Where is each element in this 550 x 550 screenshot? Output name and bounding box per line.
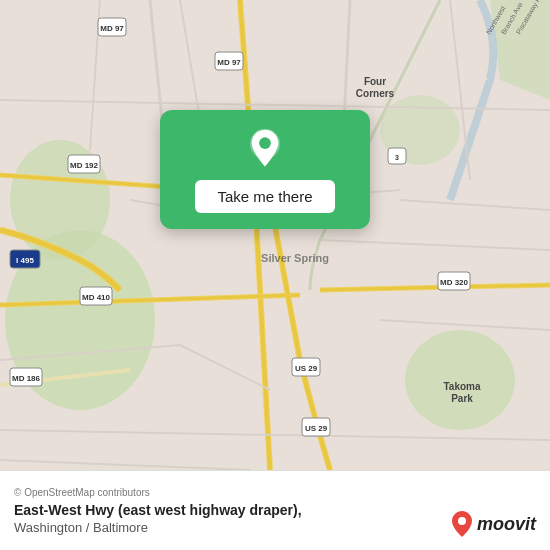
svg-text:MD 97: MD 97 bbox=[217, 58, 241, 67]
svg-text:Park: Park bbox=[451, 393, 473, 404]
svg-text:US 29: US 29 bbox=[305, 424, 328, 433]
svg-text:MD 320: MD 320 bbox=[440, 278, 469, 287]
svg-text:US 29: US 29 bbox=[295, 364, 318, 373]
take-me-there-button[interactable]: Take me there bbox=[195, 180, 334, 213]
svg-text:Four: Four bbox=[364, 76, 386, 87]
map-attribution: © OpenStreetMap contributors bbox=[14, 487, 536, 498]
svg-text:Silver Spring: Silver Spring bbox=[261, 252, 329, 264]
svg-text:Takoma: Takoma bbox=[443, 381, 480, 392]
svg-point-3 bbox=[405, 330, 515, 430]
info-panel: © OpenStreetMap contributors East-West H… bbox=[0, 470, 550, 550]
moovit-pin-icon bbox=[451, 510, 473, 538]
svg-text:I 495: I 495 bbox=[16, 256, 34, 265]
svg-text:MD 186: MD 186 bbox=[12, 374, 41, 383]
map-container: MD 97 MD 192 I 495 MD 97 3 MD 410 MD 186… bbox=[0, 0, 550, 470]
location-card: Take me there bbox=[160, 110, 370, 229]
moovit-logo: moovit bbox=[451, 510, 536, 538]
svg-text:MD 97: MD 97 bbox=[100, 24, 124, 33]
svg-text:3: 3 bbox=[395, 154, 399, 161]
moovit-brand-name: moovit bbox=[477, 514, 536, 535]
svg-text:Corners: Corners bbox=[356, 88, 395, 99]
svg-point-62 bbox=[458, 517, 466, 525]
svg-point-61 bbox=[259, 137, 271, 149]
map-pin-icon bbox=[244, 128, 286, 170]
svg-text:MD 410: MD 410 bbox=[82, 293, 111, 302]
map-background: MD 97 MD 192 I 495 MD 97 3 MD 410 MD 186… bbox=[0, 0, 550, 470]
svg-text:MD 192: MD 192 bbox=[70, 161, 99, 170]
